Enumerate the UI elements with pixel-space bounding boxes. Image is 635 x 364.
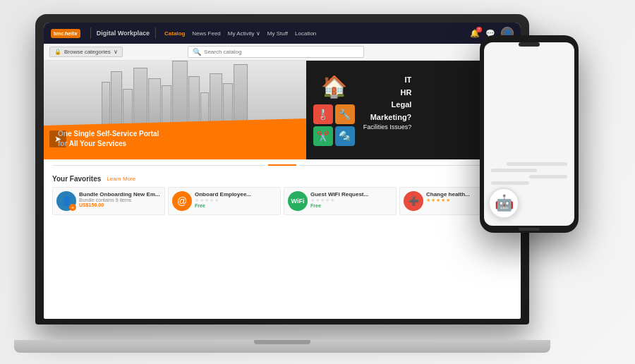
star-4: ★ xyxy=(325,198,329,203)
chat-line-3 xyxy=(529,175,567,178)
house-area: 🏠 🌡️ 🔧 ✂️ 🔩 xyxy=(313,74,355,146)
screen-content: bmc helix Digital Workplace Catalog News… xyxy=(44,23,521,319)
toolbar: 🔒 Browse categories ∨ 🔍 🛒 Cart (2 xyxy=(44,44,521,61)
lock-icon: 🔒 xyxy=(54,49,61,55)
phone-device: 🤖 xyxy=(480,35,579,233)
card-price-bundle: US$150.00 xyxy=(79,202,161,207)
card-stars-onboard: ★ ★ ★ ★ ★ xyxy=(195,198,277,203)
bmc-text: bmc xyxy=(54,31,64,36)
free-badge-wifi: Free xyxy=(310,203,392,208)
browse-label: Browse categories xyxy=(64,49,111,55)
fav-card-bundle[interactable]: 👤 + Bundle Onboarding New Em... Bundle c… xyxy=(52,187,165,215)
hero-banner: ➤ One Single Self-Service Portal for All… xyxy=(44,61,521,159)
card-icon-wifi: WiFi xyxy=(288,191,308,211)
star-5: ★ xyxy=(446,198,450,203)
chat-line-2 xyxy=(491,169,537,172)
star-2: ★ xyxy=(431,198,435,203)
star-1: ★ xyxy=(310,198,315,203)
svc-icon-temperature: 🌡️ xyxy=(313,104,333,124)
nav-divider2 xyxy=(155,28,156,39)
star-1: ★ xyxy=(195,198,199,203)
it-labels-area: ITHRLegalMarketing? Facilities Issues? xyxy=(363,74,412,131)
learn-more-link[interactable]: Learn More xyxy=(107,176,135,182)
nav-divider xyxy=(90,28,91,39)
star-4: ★ xyxy=(210,198,214,203)
divider-section xyxy=(44,159,521,171)
star-1: ★ xyxy=(426,198,430,203)
service-icons-grid: 🌡️ 🔧 ✂️ 🔩 xyxy=(313,104,355,146)
favorites-cards: 👤 + Bundle Onboarding New Em... Bundle c… xyxy=(52,187,512,215)
card-stars-wifi: ★ ★ ★ ★ ★ xyxy=(310,198,392,203)
chatbot-avatar[interactable]: 🤖 xyxy=(488,188,519,219)
nav-newsfeed[interactable]: News Feed xyxy=(192,30,220,37)
card-desc-bundle: Bundle contains 9 items xyxy=(79,198,161,202)
nav-catalog[interactable]: Catalog xyxy=(164,30,185,37)
star-2: ★ xyxy=(200,198,204,203)
svc-icon-scissors: ✂️ xyxy=(313,126,333,146)
chat-line-4 xyxy=(491,181,529,185)
browse-categories-button[interactable]: 🔒 Browse categories ∨ xyxy=(49,47,123,57)
svc-icon-tools: 🔧 xyxy=(335,104,355,124)
fav-card-wifi[interactable]: WiFi Guest WiFi Request... ★ ★ ★ ★ ★ xyxy=(284,187,397,215)
card-info-bundle: Bundle Onboarding New Em... Bundle conta… xyxy=(79,191,161,207)
orange-banner: ➤ One Single Self-Service Portal for All… xyxy=(44,119,306,159)
hero-left: ➤ One Single Self-Service Portal for All… xyxy=(44,61,306,159)
notification-icon[interactable]: 🔔 7 xyxy=(470,29,480,38)
notification-badge: 7 xyxy=(476,27,482,32)
banner-text: One Single Self-Service Portal for All Y… xyxy=(58,129,159,149)
laptop-bezel: bmc helix Digital Workplace Catalog News… xyxy=(44,23,521,319)
laptop-base xyxy=(14,340,550,353)
favorites-section: Your Favorites Learn More 👤 + xyxy=(44,171,521,219)
card-icon-at: @ xyxy=(172,191,192,211)
arrow-icon: ➤ xyxy=(49,131,66,147)
plus-icon: + xyxy=(69,204,76,211)
svc-icon-wrench: 🔩 xyxy=(335,126,355,146)
laptop-device: bmc helix Digital Workplace Catalog News… xyxy=(35,14,543,353)
favorites-header: Your Favorites Learn More xyxy=(52,175,512,183)
card-icon-health: ➕ xyxy=(404,191,423,211)
card-name-wifi: Guest WiFi Request... xyxy=(310,191,392,198)
star-4: ★ xyxy=(441,198,445,203)
star-2: ★ xyxy=(315,198,320,203)
card-icon-person: 👤 + xyxy=(56,191,76,211)
phone-notch xyxy=(519,42,540,47)
fav-card-onboard[interactable]: @ Onboard Employee... ★ ★ ★ ★ ★ xyxy=(168,187,281,215)
bot-emoji: 🤖 xyxy=(495,194,514,212)
card-info-onboard: Onboard Employee... ★ ★ ★ ★ ★ Free xyxy=(195,191,277,208)
helix-text: helix xyxy=(64,30,77,37)
phone-screen: 🤖 xyxy=(484,42,574,226)
logo-area: bmc helix xyxy=(51,29,80,38)
phone-home-button[interactable] xyxy=(519,228,540,231)
orange-accent xyxy=(268,164,296,166)
chat-line-1 xyxy=(507,162,567,166)
favorites-title: Your Favorites xyxy=(52,175,101,183)
house-icon: 🏠 xyxy=(321,74,347,99)
star-5: ★ xyxy=(330,198,334,203)
navbar: bmc helix Digital Workplace Catalog News… xyxy=(44,23,521,44)
search-input[interactable] xyxy=(204,49,359,55)
card-info-wifi: Guest WiFi Request... ★ ★ ★ ★ ★ Free xyxy=(310,191,392,208)
nav-mystuff[interactable]: My Stuff xyxy=(267,30,288,37)
it-labels-text: ITHRLegalMarketing? xyxy=(363,74,412,123)
chevron-down-icon: ∨ xyxy=(114,49,118,55)
nav-links: Catalog News Feed My Activity ∨ My Stuff… xyxy=(164,30,316,37)
star-3: ★ xyxy=(436,198,440,203)
banner-line1: One Single Self-Service Portal xyxy=(58,130,159,138)
star-3: ★ xyxy=(205,198,209,203)
search-bar[interactable]: 🔍 xyxy=(188,46,364,58)
app-title: Digital Workplace xyxy=(97,30,150,37)
free-badge-onboard: Free xyxy=(195,203,277,208)
star-5: ★ xyxy=(214,198,219,203)
nav-myactivity[interactable]: My Activity ∨ xyxy=(228,30,260,37)
bmc-logo: bmc helix xyxy=(51,29,80,38)
chat-area xyxy=(488,159,570,188)
star-3: ★ xyxy=(320,198,325,203)
banner-line2: for All Your Services xyxy=(58,140,126,147)
scene: bmc helix Digital Workplace Catalog News… xyxy=(0,0,635,364)
nav-location[interactable]: Location xyxy=(295,30,316,37)
left-divider xyxy=(52,165,265,166)
card-name-onboard: Onboard Employee... xyxy=(195,191,277,198)
search-icon: 🔍 xyxy=(193,48,201,56)
card-name-bundle: Bundle Onboarding New Em... xyxy=(79,191,161,198)
facilities-text: Facilities Issues? xyxy=(363,123,412,131)
